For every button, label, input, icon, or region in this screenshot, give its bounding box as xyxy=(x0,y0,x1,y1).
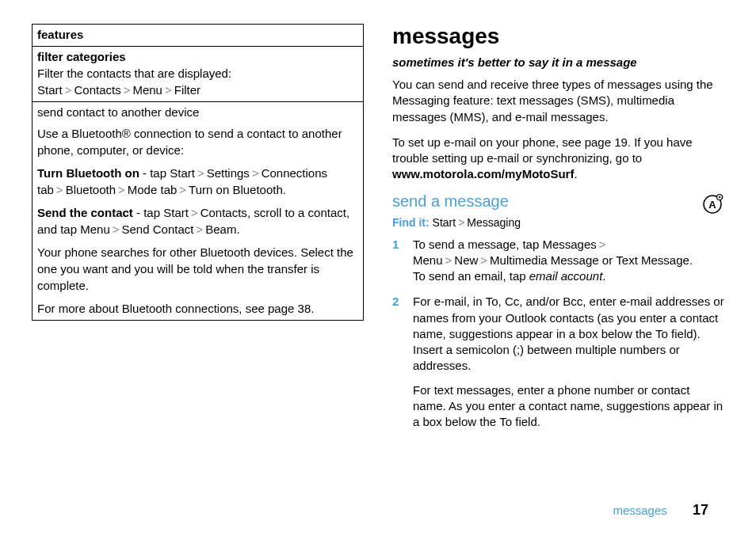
right-column: messages sometimes it's better to say it… xyxy=(392,24,724,439)
row-desc: Use a Bluetooth® connection to send a co… xyxy=(37,125,358,158)
left-column: features filter categories Filter the co… xyxy=(32,24,364,439)
page-footer: messages 17 xyxy=(613,502,708,519)
table-header: features xyxy=(32,25,363,47)
svg-text:A: A xyxy=(708,199,716,211)
subsection-header-row: send a message A xyxy=(392,192,724,216)
footer-section-label: messages xyxy=(613,504,666,517)
table-header-text: features xyxy=(37,28,83,41)
chevron-right-icon: > xyxy=(110,222,122,236)
intro-paragraph: You can send and receive three types of … xyxy=(392,77,724,125)
section-tagline: sometimes it's better to say it in a mes… xyxy=(392,55,724,69)
chevron-right-icon: > xyxy=(177,183,189,196)
result-text: Your phone searches for other Bluetooth … xyxy=(37,244,358,294)
step-item: 2 For e-mail, in To, Cc, and/or Bcc, ent… xyxy=(392,294,724,430)
find-it-line: Find it: Start>Messaging xyxy=(392,216,724,229)
chevron-right-icon: > xyxy=(116,183,128,196)
section-heading: messages xyxy=(392,24,724,49)
chevron-right-icon: > xyxy=(456,216,467,229)
step-number: 1 xyxy=(392,237,403,285)
subsection-heading: send a message xyxy=(392,192,509,211)
row-title: filter categories xyxy=(37,48,358,65)
step-body: To send a message, tap Messages> Menu>Ne… xyxy=(413,237,724,285)
chevron-right-icon: > xyxy=(121,83,133,97)
row-desc: Filter the contacts that are displayed: xyxy=(37,65,358,82)
send-contact-instruction: Send the contact - tap Start>Contacts, s… xyxy=(37,204,358,238)
page-number: 17 xyxy=(693,502,708,518)
table-row-filter: filter categories Filter the contacts th… xyxy=(32,47,363,102)
support-url: www.motorola.com/myMotoSurf xyxy=(392,167,574,181)
table-row-send-contact: send contact to another device Use a Blu… xyxy=(32,102,363,320)
more-info-text: For more about Bluetooth connections, se… xyxy=(37,300,358,317)
chevron-right-icon: > xyxy=(195,166,207,180)
setup-paragraph: To set up e-mail on your phone, see page… xyxy=(392,135,724,183)
chevron-right-icon: > xyxy=(478,253,490,267)
features-table: features filter categories Filter the co… xyxy=(32,24,364,321)
chevron-right-icon: > xyxy=(597,238,609,251)
chevron-right-icon: > xyxy=(193,222,205,236)
chevron-right-icon: > xyxy=(162,83,174,97)
step-item: 1 To send a message, tap Messages> Menu>… xyxy=(392,237,724,285)
chevron-right-icon: > xyxy=(443,253,455,267)
chevron-right-icon: > xyxy=(63,83,74,97)
accessibility-icon: A xyxy=(701,192,724,216)
row-title: send contact to another device xyxy=(37,104,358,120)
find-it-label: Find it: xyxy=(392,216,430,229)
nav-path: Start>Contacts>Menu>Filter xyxy=(37,82,358,98)
chevron-right-icon: > xyxy=(250,166,262,180)
bluetooth-on-instruction: Turn Bluetooth on - tap Start>Settings>C… xyxy=(37,165,358,198)
page-spread: features filter categories Filter the co… xyxy=(32,24,724,439)
step-number: 2 xyxy=(392,294,403,430)
chevron-right-icon: > xyxy=(189,206,200,219)
steps-list: 1 To send a message, tap Messages> Menu>… xyxy=(392,237,724,431)
step-body: For e-mail, in To, Cc, and/or Bcc, enter… xyxy=(413,294,724,430)
chevron-right-icon: > xyxy=(54,183,66,196)
